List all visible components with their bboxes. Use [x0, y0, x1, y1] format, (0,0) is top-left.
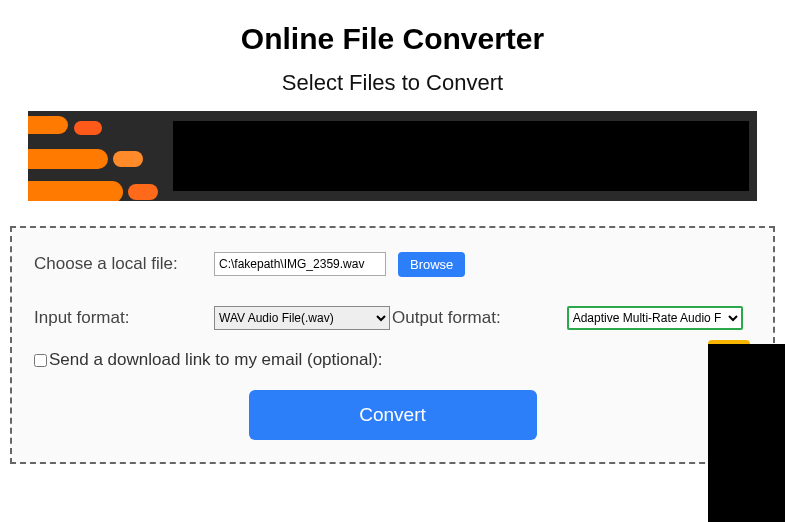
page-title: Online File Converter	[0, 22, 785, 56]
browse-button[interactable]: Browse	[398, 252, 465, 277]
output-format-select[interactable]: Adaptive Multi-Rate Audio F	[567, 306, 743, 330]
page-subtitle: Select Files to Convert	[0, 70, 785, 96]
floating-ad[interactable]	[708, 344, 785, 522]
email-checkbox[interactable]	[34, 354, 47, 367]
decorative-shape	[128, 184, 158, 200]
decorative-shape	[74, 121, 102, 135]
ad-banner[interactable]	[28, 111, 757, 201]
decorative-shape	[28, 149, 108, 169]
converter-form: Choose a local file: Browse Input format…	[10, 226, 775, 464]
input-format-label: Input format:	[34, 308, 214, 328]
decorative-shape	[113, 151, 143, 167]
decorative-shape	[28, 181, 123, 201]
output-format-label: Output format:	[392, 308, 501, 328]
decorative-shape	[28, 116, 68, 134]
file-path-input[interactable]	[214, 252, 386, 276]
email-checkbox-label: Send a download link to my email (option…	[49, 350, 383, 370]
convert-button[interactable]: Convert	[249, 390, 537, 440]
ad-content	[173, 121, 749, 191]
choose-file-label: Choose a local file:	[34, 254, 214, 274]
input-format-select[interactable]: WAV Audio File(.wav)	[214, 306, 390, 330]
